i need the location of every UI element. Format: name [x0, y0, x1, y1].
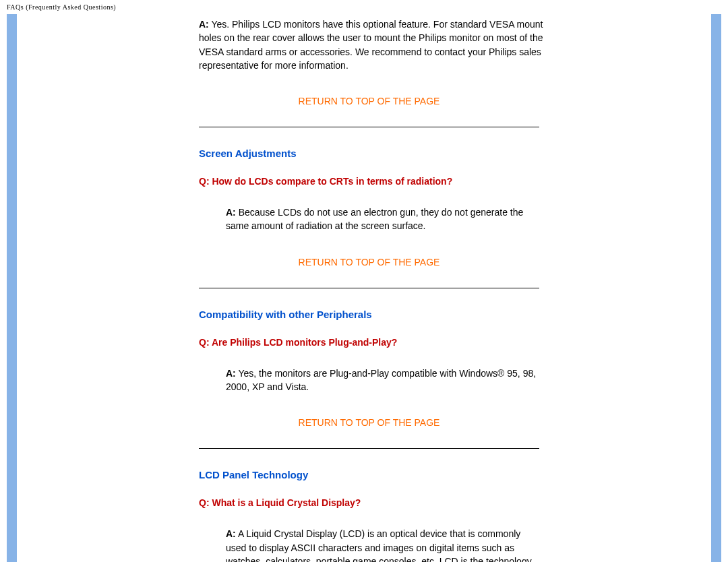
answer-prefix: A:: [226, 368, 236, 379]
answer-text: A: Because LCDs do not use an electron g…: [226, 206, 539, 233]
divider: [199, 288, 539, 288]
answer-body: Yes, the monitors are Plug-and-Play comp…: [226, 368, 536, 392]
section-heading-screen-adjustments: Screen Adjustments: [199, 148, 553, 159]
answer-prefix: A:: [199, 19, 209, 30]
return-to-top-link[interactable]: RETURN TO TOP OF THE PAGE: [172, 96, 566, 106]
return-link-text[interactable]: RETURN TO TOP OF THE PAGE: [299, 257, 440, 268]
return-link-text[interactable]: RETURN TO TOP OF THE PAGE: [299, 417, 440, 428]
section-heading-lcd-panel: LCD Panel Technology: [199, 469, 553, 480]
answer-text: A: Yes, the monitors are Plug-and-Play c…: [226, 367, 539, 394]
answer-body: A Liquid Crystal Display (LCD) is an opt…: [226, 528, 532, 562]
header-path: FAQs (Frequently Asked Questions): [0, 0, 728, 14]
section-heading-compatibility: Compatibility with other Peripherals: [199, 309, 553, 320]
left-accent-strip: [7, 14, 17, 562]
faq-question: Q: Are Philips LCD monitors Plug-and-Pla…: [199, 337, 539, 348]
return-to-top-link[interactable]: RETURN TO TOP OF THE PAGE: [172, 257, 566, 268]
right-accent-strip: [711, 14, 721, 562]
answer-text: A: A Liquid Crystal Display (LCD) is an …: [226, 527, 539, 562]
return-link-text[interactable]: RETURN TO TOP OF THE PAGE: [299, 96, 440, 106]
return-to-top-link[interactable]: RETURN TO TOP OF THE PAGE: [172, 417, 566, 428]
page-body: A: Yes. Philips LCD monitors have this o…: [7, 14, 721, 562]
main-content: A: Yes. Philips LCD monitors have this o…: [17, 14, 573, 562]
answer-body: Because LCDs do not use an electron gun,…: [226, 207, 523, 231]
answer-prefix: A:: [226, 528, 236, 539]
answer-body: Yes. Philips LCD monitors have this opti…: [199, 19, 543, 71]
faq-question: Q: What is a Liquid Crystal Display?: [199, 497, 539, 508]
answer-text: A: Yes. Philips LCD monitors have this o…: [199, 18, 553, 72]
divider: [199, 127, 539, 127]
divider: [199, 448, 539, 449]
faq-question: Q: How do LCDs compare to CRTs in terms …: [199, 176, 539, 187]
answer-prefix: A:: [226, 207, 236, 218]
